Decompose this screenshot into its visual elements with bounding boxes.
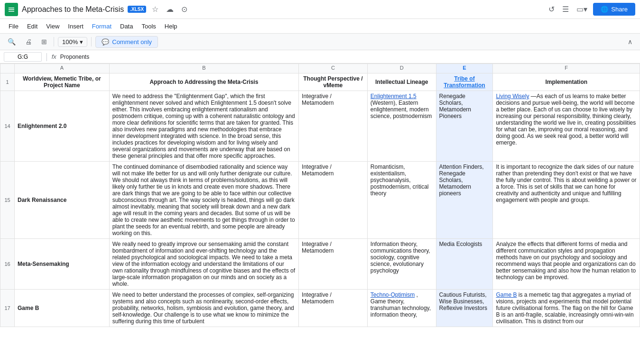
col-c-header[interactable]: C <box>299 64 368 73</box>
share-globe-icon: 🌐 <box>601 6 608 13</box>
row-17-col-a: Game B <box>15 290 110 327</box>
menu-tools[interactable]: Tools <box>138 21 159 32</box>
row-17-num: 17 <box>0 290 15 327</box>
row-16-col-f: Analyze the effects that different forms… <box>493 239 640 290</box>
row-14-col-e: Renegade Scholars, Metamodern Pioneers <box>436 91 493 162</box>
collapse-button[interactable]: ∧ <box>625 36 635 47</box>
row-17-col-c: Integrative / Metamodern <box>299 290 368 327</box>
comment-only-label: Comment only <box>112 38 152 46</box>
row-17-col-d: Techno-Optimism , Game theory, transhuma… <box>367 290 436 327</box>
right-actions: ↺ ☰ ▭▾ 🌐 Share <box>547 3 635 16</box>
row-17-col-e: Cautious Futurists, Wise Businesses, Ref… <box>436 290 493 327</box>
menu-data[interactable]: Data <box>116 21 137 32</box>
star-icon[interactable]: ☆ <box>150 3 160 16</box>
print-button[interactable]: 🖨 <box>22 36 35 47</box>
formula-bar: G:G | fx Proponents <box>0 50 640 64</box>
spreadsheet-container[interactable]: A B C D E F 1 Worldview, Memetic Tribe, … <box>0 64 640 364</box>
col-e-header[interactable]: E <box>436 64 493 73</box>
row-14-col-a: Enlightenment 2.0 <box>15 91 110 162</box>
row-16-col-e: Media Ecologists <box>436 239 493 290</box>
video-icon[interactable]: ▭▾ <box>575 3 589 16</box>
row-15-col-a: Dark Renaissance <box>15 162 110 239</box>
game-b-link[interactable]: Game B <box>496 291 517 298</box>
col-f-header[interactable]: F <box>493 64 640 73</box>
table-row: 15 Dark Renaissance The continued domina… <box>0 162 640 239</box>
row-16-col-d: Information theory, communications theor… <box>367 239 436 290</box>
col-a-header[interactable]: A <box>15 64 110 73</box>
row-14-col-b: We need to address the "Enlightenment Ga… <box>109 91 298 162</box>
toolbar-right: ∧ <box>625 36 635 47</box>
toolbar: 🔍 🖨 ⊞ 100% ▾ 💬 Comment only ∧ <box>0 33 640 50</box>
header-col-b: Approach to Addressing the Meta-Crisis <box>109 73 298 91</box>
col-b-header[interactable]: B <box>109 64 298 73</box>
zoom-control[interactable]: 100% ▾ <box>58 37 87 47</box>
top-bar: Approaches to the Meta-Crisis .XLSX ☆ ☁ … <box>0 0 640 19</box>
svg-rect-3 <box>9 11 14 12</box>
table-row: 14 Enlightenment 2.0 We need to address … <box>0 91 640 162</box>
comment-icon[interactable]: ☰ <box>560 3 571 16</box>
history-icon[interactable]: ↺ <box>547 3 557 16</box>
column-headers-row: A B C D E F <box>0 64 640 73</box>
title-area: Approaches to the Meta-Crisis .XLSX ☆ ☁ … <box>22 3 547 16</box>
table-row: 16 Meta-Sensemaking We really need to gr… <box>0 239 640 290</box>
paint-format-button[interactable]: ⊞ <box>38 36 50 47</box>
corner-header <box>0 64 15 73</box>
col-d-header[interactable]: D <box>367 64 436 73</box>
header-col-c: Thought Perspective / vMeme <box>299 73 368 91</box>
row-16-col-c: Integrative / Metamodern <box>299 239 368 290</box>
row-17-col-f: Game B is a memetic tag that aggregates … <box>493 290 640 327</box>
enlightenment-link[interactable]: Enlightenment 1.5 <box>371 93 417 100</box>
header-col-e: Tribe of Transformation <box>436 73 493 91</box>
toolbar-separator-1 <box>54 37 54 46</box>
zoom-chevron-icon: ▾ <box>80 38 83 46</box>
header-row: 1 Worldview, Memetic Tribe, or Project N… <box>0 73 640 91</box>
row-15-col-c: Integrative / Metamodern <box>299 162 368 239</box>
xlsx-badge: .XLSX <box>128 6 146 13</box>
row-1-num: 1 <box>0 73 15 91</box>
comment-icon: 💬 <box>102 38 109 46</box>
search-button[interactable]: 🔍 <box>5 36 19 47</box>
cell-reference[interactable]: G:G <box>4 52 42 62</box>
menu-edit[interactable]: Edit <box>23 21 41 32</box>
menu-file[interactable]: File <box>5 21 22 32</box>
spreadsheet-table: A B C D E F 1 Worldview, Memetic Tribe, … <box>0 64 640 327</box>
formula-separator: | <box>46 52 48 62</box>
app-icon <box>5 3 18 16</box>
table-row: 17 Game B We need to better understand t… <box>0 290 640 327</box>
header-col-f: Implementation <box>493 73 640 91</box>
techno-optimism-link[interactable]: Techno-Optimism <box>371 291 415 298</box>
row-16-col-a: Meta-Sensemaking <box>15 239 110 290</box>
fx-icon: fx <box>52 53 56 60</box>
tribe-transformation-link[interactable]: Tribe of Transformation <box>444 75 485 89</box>
formula-input[interactable]: Proponents <box>60 54 636 60</box>
row-15-col-e: Attention Finders, Renegade Scholars, Me… <box>436 162 493 239</box>
toolbar-separator-2 <box>91 37 92 46</box>
cloud-icon[interactable]: ☁ <box>164 3 176 16</box>
svg-rect-2 <box>9 9 14 10</box>
zoom-value: 100% <box>62 38 78 46</box>
share-button[interactable]: 🌐 Share <box>593 3 635 16</box>
row-15-col-b: The continued dominance of disembodied r… <box>109 162 298 239</box>
comment-only-button[interactable]: 💬 Comment only <box>95 36 158 48</box>
menu-format[interactable]: Format <box>88 21 115 32</box>
row-16-num: 16 <box>0 239 15 290</box>
header-col-d: Intellectual Lineage <box>367 73 436 91</box>
row-14-col-d: Enlightenment 1.5 (Western), Eastern enl… <box>367 91 436 162</box>
menu-insert[interactable]: Insert <box>64 21 87 32</box>
row-15-col-d: Romanticism, existentialism, psychoanaly… <box>367 162 436 239</box>
row-14-col-c: Integrative / Metamodern <box>299 91 368 162</box>
header-col-a: Worldview, Memetic Tribe, or Project Nam… <box>15 73 110 91</box>
row-15-col-f: It is important to recognize the dark si… <box>493 162 640 239</box>
cloud-save-icon[interactable]: ⊙ <box>179 3 189 16</box>
row-17-col-b: We need to better understand the process… <box>109 290 298 327</box>
row-15-num: 15 <box>0 162 15 239</box>
row-14-col-f: Living Wisely —As each of us learns to m… <box>493 91 640 162</box>
menu-bar: File Edit View Insert Format Data Tools … <box>0 19 640 33</box>
row-14-num: 14 <box>0 91 15 162</box>
living-wisely-link[interactable]: Living Wisely <box>496 93 529 100</box>
doc-title: Approaches to the Meta-Crisis <box>22 5 124 14</box>
menu-view[interactable]: View <box>42 21 63 32</box>
menu-help[interactable]: Help <box>161 21 181 32</box>
row-16-col-b: We really need to greatly improve our se… <box>109 239 298 290</box>
svg-rect-1 <box>9 8 14 9</box>
